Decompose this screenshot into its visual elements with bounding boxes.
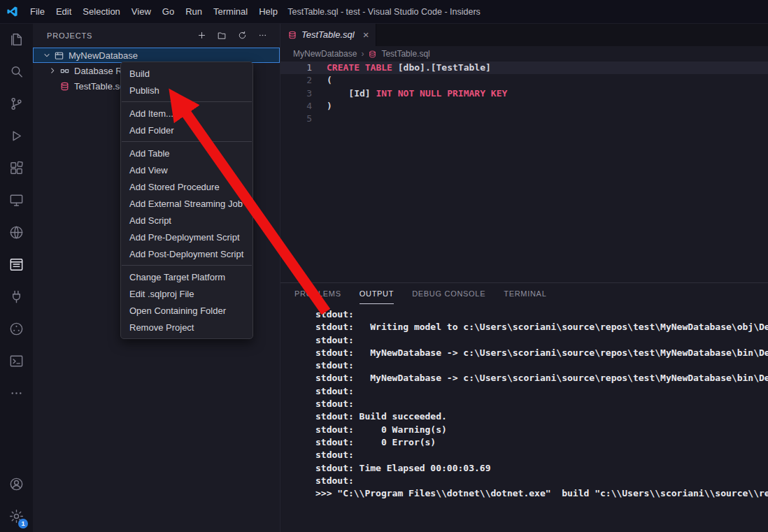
menu-run[interactable]: Run bbox=[180, 0, 208, 23]
context-menu-item-publish[interactable]: Publish bbox=[121, 82, 253, 99]
settings-badge: 1 bbox=[18, 519, 28, 529]
context-menu-item-open-containing-folder[interactable]: Open Containing Folder bbox=[121, 302, 253, 319]
accounts-icon bbox=[8, 476, 24, 492]
menu-separator bbox=[122, 141, 252, 142]
tree-item-label: TestTable.sql bbox=[74, 81, 127, 92]
output-console[interactable]: stdout:stdout: Writing model to c:\Users… bbox=[280, 305, 768, 532]
line-number: 1 bbox=[280, 62, 312, 74]
context-menu-item-add-stored-procedure[interactable]: Add Stored Procedure bbox=[121, 178, 253, 195]
line-number: 4 bbox=[280, 100, 312, 113]
line-number: 3 bbox=[280, 87, 312, 100]
azure-icon bbox=[8, 321, 24, 337]
editor-tab-bar: TestTable.sql bbox=[280, 23, 768, 46]
activity-item-run-and-debug[interactable] bbox=[0, 120, 33, 152]
output-line: stdout: bbox=[315, 398, 768, 410]
more-icon bbox=[8, 385, 24, 401]
activity-item-extensions[interactable] bbox=[0, 152, 33, 184]
run-and-debug-icon bbox=[8, 128, 24, 144]
project-icon bbox=[54, 50, 65, 61]
bottom-panel: PROBLEMSOUTPUTDEBUG CONSOLETERMINAL stdo… bbox=[280, 282, 768, 532]
context-menu-item-build[interactable]: Build bbox=[121, 65, 253, 82]
menu-selection[interactable]: Selection bbox=[77, 0, 125, 23]
context-menu-item-remove-project[interactable]: Remove Project bbox=[121, 319, 253, 336]
activity-item-azure[interactable] bbox=[0, 312, 33, 345]
code-line: 2( bbox=[280, 74, 768, 87]
tree-item-label: MyNewDatabase bbox=[69, 50, 138, 61]
activity-item-connections[interactable] bbox=[0, 280, 33, 312]
context-menu-item-add-view[interactable]: Add View bbox=[121, 161, 253, 178]
context-menu-item-change-target-platform[interactable]: Change Target Platform bbox=[121, 268, 253, 285]
extensions-icon bbox=[8, 160, 24, 176]
menu-file[interactable]: File bbox=[24, 0, 50, 23]
query-history-icon bbox=[8, 353, 24, 369]
refresh-icon bbox=[237, 30, 248, 41]
context-menu-item-add-script[interactable]: Add Script bbox=[121, 212, 253, 229]
line-number: 2 bbox=[280, 74, 312, 87]
breadcrumb-project[interactable]: MyNewDatabase bbox=[293, 49, 357, 59]
panel-tab-terminal[interactable]: TERMINAL bbox=[504, 283, 546, 304]
activity-item-database-projects[interactable] bbox=[0, 248, 33, 280]
breadcrumb-file[interactable]: TestTable.sql bbox=[381, 49, 429, 59]
tree-item-mynewdatabase[interactable]: MyNewDatabase bbox=[33, 48, 280, 63]
activity-item-settings[interactable]: 1 bbox=[0, 500, 33, 532]
context-menu-item-add-folder[interactable]: Add Folder bbox=[121, 122, 253, 138]
output-line: stdout: Build succeeded. bbox=[315, 410, 768, 423]
activity-item-explorer[interactable] bbox=[0, 23, 33, 55]
code-text: ) bbox=[312, 100, 332, 113]
activity-item-accounts[interactable] bbox=[0, 468, 33, 500]
close-icon[interactable] bbox=[363, 29, 369, 40]
output-line: >>> "C:\\Program Files\\dotnet\\dotnet.e… bbox=[315, 487, 768, 500]
panel-tab-debug-console[interactable]: DEBUG CONSOLE bbox=[412, 283, 485, 304]
remote-explorer-icon bbox=[8, 192, 24, 208]
context-menu-item-add-external-streaming-job[interactable]: Add External Streaming Job bbox=[121, 195, 253, 212]
output-line: stdout: bbox=[315, 334, 768, 347]
vscode-window: FileEditSelectionViewGoRunTerminalHelp T… bbox=[0, 0, 768, 532]
menu-view[interactable]: View bbox=[126, 0, 157, 23]
chevron-right-icon[interactable] bbox=[47, 66, 58, 76]
activity-item-web[interactable] bbox=[0, 216, 33, 248]
code-editor[interactable]: 1CREATE TABLE [dbo].[TestTable]2(3 [Id] … bbox=[280, 62, 768, 125]
menu-separator bbox=[122, 101, 252, 102]
output-line: stdout: bbox=[315, 385, 768, 398]
output-line: stdout: MyNewDatabase -> c:\Users\scoria… bbox=[315, 347, 768, 359]
add-project-button[interactable] bbox=[194, 28, 209, 43]
chevron-down-icon[interactable] bbox=[41, 50, 52, 60]
connections-icon bbox=[8, 289, 24, 305]
code-line: 3 [Id] INT NOT NULL PRIMARY KEY bbox=[280, 87, 768, 100]
activity-item-remote-explorer[interactable] bbox=[0, 184, 33, 216]
more-actions-button[interactable] bbox=[255, 28, 270, 43]
code-text bbox=[312, 113, 327, 125]
activity-item-search[interactable] bbox=[0, 55, 33, 87]
panel-tab-output[interactable]: OUTPUT bbox=[360, 283, 394, 304]
output-line: stdout: 0 Warning(s) bbox=[315, 424, 768, 436]
menu-go[interactable]: Go bbox=[157, 0, 180, 23]
sidebar-title: PROJECTS bbox=[47, 31, 92, 40]
output-line: stdout: MyNewDatabase -> c:\Users\scoria… bbox=[315, 372, 768, 384]
open-project-button[interactable] bbox=[214, 28, 229, 43]
database-projects-icon bbox=[8, 257, 24, 273]
context-menu-item-add-table[interactable]: Add Table bbox=[121, 145, 253, 161]
panel-tab-problems[interactable]: PROBLEMS bbox=[294, 283, 341, 304]
activity-item-query-history[interactable] bbox=[0, 345, 33, 377]
refresh-button[interactable] bbox=[234, 28, 250, 43]
activity-item-source-control[interactable] bbox=[0, 87, 33, 120]
breadcrumb: MyNewDatabase TestTable.sql bbox=[280, 46, 768, 62]
context-menu-item-edit-sqlproj-file[interactable]: Edit .sqlproj File bbox=[121, 285, 253, 302]
menu-help[interactable]: Help bbox=[253, 0, 283, 23]
output-line: stdout: bbox=[315, 308, 768, 321]
tab-testtable-sql[interactable]: TestTable.sql bbox=[280, 23, 376, 46]
context-menu-item-add-pre-deployment-script[interactable]: Add Pre-Deployment Script bbox=[121, 229, 253, 245]
activity-item-more[interactable] bbox=[0, 377, 33, 409]
menu-bar: FileEditSelectionViewGoRunTerminalHelp bbox=[24, 0, 283, 23]
code-text: [Id] INT NOT NULL PRIMARY KEY bbox=[312, 87, 507, 100]
explorer-icon bbox=[8, 31, 24, 48]
context-menu-item-add-item[interactable]: Add Item... bbox=[121, 105, 253, 122]
menu-edit[interactable]: Edit bbox=[50, 0, 77, 23]
line-number: 5 bbox=[280, 113, 312, 125]
sqlfile-icon bbox=[59, 80, 71, 92]
menu-terminal[interactable]: Terminal bbox=[208, 0, 253, 23]
output-line: stdout: bbox=[315, 449, 768, 461]
more-h-icon bbox=[257, 30, 268, 41]
activity-bar: 1 bbox=[0, 23, 33, 532]
context-menu-item-add-post-deployment-script[interactable]: Add Post-Deployment Script bbox=[121, 245, 253, 262]
